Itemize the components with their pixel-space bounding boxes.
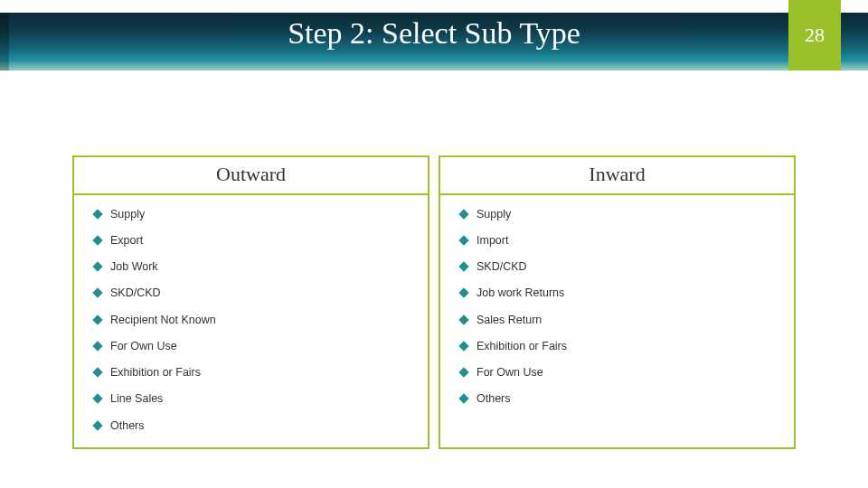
outward-column: Outward Supply Export Job Work SKD/CKD R… <box>72 155 429 449</box>
page-number: 28 <box>805 23 825 47</box>
inward-list: Supply Import SKD/CKD Job work Returns S… <box>440 195 794 421</box>
list-item: Others <box>460 386 781 412</box>
outward-heading: Outward <box>74 157 428 195</box>
columns-container: Outward Supply Export Job Work SKD/CKD R… <box>72 155 796 449</box>
list-item: Import <box>460 227 781 253</box>
list-item: Export <box>94 227 415 253</box>
list-item: Job work Returns <box>460 280 781 306</box>
list-item: SKD/CKD <box>460 254 781 280</box>
slide-title: Step 2: Select Sub Type <box>0 16 868 51</box>
list-item: Line Sales <box>94 386 415 412</box>
list-item: Others <box>94 412 415 438</box>
list-item: Sales Return <box>460 306 781 333</box>
list-item: SKD/CKD <box>94 280 415 306</box>
list-item: For Own Use <box>460 360 781 386</box>
outward-list: Supply Export Job Work SKD/CKD Recipient… <box>74 195 428 447</box>
list-item: Supply <box>94 201 415 227</box>
inward-heading: Inward <box>440 157 794 195</box>
slide: Step 2: Select Sub Type 28 Outward Suppl… <box>0 0 868 488</box>
list-item: Exhibition or Fairs <box>460 333 781 359</box>
list-item: Exhibition or Fairs <box>94 360 415 386</box>
list-item: Job Work <box>94 254 415 280</box>
list-item: For Own Use <box>94 333 415 359</box>
list-item: Supply <box>460 201 781 227</box>
page-number-tab: 28 <box>788 0 841 70</box>
list-item: Recipient Not Known <box>94 306 415 333</box>
inward-column: Inward Supply Import SKD/CKD Job work Re… <box>439 155 796 449</box>
